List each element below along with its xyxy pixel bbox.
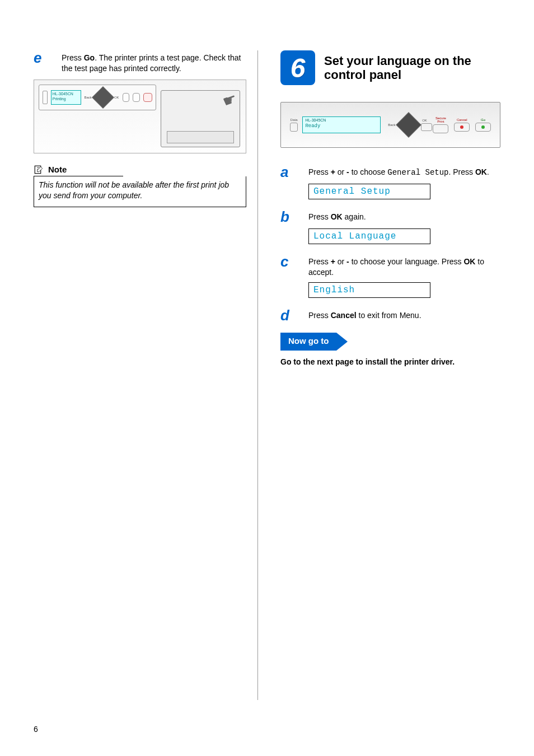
go-button-highlight-icon [143, 93, 152, 102]
step-letter-c: c [280, 254, 299, 278]
note-title: Note [48, 165, 67, 174]
hand-pointer-icon: ☛ [220, 89, 240, 111]
data-led-icon [290, 123, 298, 132]
mini-control-panel: HL-3045CN Printing Back OK [39, 85, 156, 110]
note-header: Note [34, 165, 123, 176]
step-6-header: 6 Set your language on the control panel [280, 50, 500, 85]
step-letter-a: a [280, 165, 299, 179]
now-go-to-label: Now go to [280, 333, 336, 351]
step-letter-d: d [280, 308, 299, 323]
step-b: b Press OK again. [280, 209, 500, 224]
now-go-to-callout: Now go to [280, 333, 500, 351]
step-e: e Press Go. The printer prints a test pa… [34, 50, 246, 74]
ok-label: OK [421, 119, 429, 131]
page-number: 6 [34, 725, 38, 734]
step-d-text: Press Cancel to exit from Menu. [308, 308, 421, 323]
back-label: Back [387, 123, 396, 127]
panel-lcd: HL-3045CN Ready [302, 116, 381, 133]
control-panel-strip: Data HL-3045CN Ready Back OK [289, 111, 492, 138]
cancel-col: Cancel [453, 118, 471, 132]
cancel-button-icon [454, 123, 470, 132]
data-led-icon [43, 91, 48, 104]
step-a-text: Press + or - to choose General Setup. Pr… [308, 165, 489, 179]
data-led-label: Data [289, 118, 299, 132]
ok-button-icon [421, 123, 432, 131]
goto-next-page-text: Go to the next page to install the print… [280, 357, 500, 366]
printer-illustration: HL-3045CN Printing Back OK ☛ [34, 80, 246, 153]
secure-print-button-icon [433, 124, 448, 133]
secure-print-col: Secure Print [432, 116, 450, 133]
step-d: d Press Cancel to exit from Menu. [280, 308, 500, 323]
note-pencil-icon [34, 165, 44, 175]
page: e Press Go. The printer prints a test pa… [0, 0, 534, 756]
printer-body-icon: ☛ [161, 90, 240, 147]
lcd-local-language: Local Language [308, 228, 430, 244]
control-panel-illustration: Data HL-3045CN Ready Back OK [280, 102, 500, 148]
lcd-english: English [308, 282, 430, 298]
left-column: e Press Go. The printer prints a test pa… [34, 50, 258, 700]
step-letter-b: b [280, 209, 299, 224]
step-b-text: Press OK again. [308, 209, 366, 224]
go-button-icon [475, 123, 491, 132]
right-column: 6 Set your language on the control panel… [275, 50, 500, 700]
two-column-layout: e Press Go. The printer prints a test pa… [34, 50, 500, 700]
step-c: c Press + or - to choose your language. … [280, 254, 500, 278]
step-number-badge: 6 [280, 50, 315, 85]
lcd-general-setup: General Setup [308, 184, 430, 199]
arrow-right-icon [336, 333, 348, 351]
step-e-text: Press Go. The printer prints a test page… [62, 50, 246, 74]
nav-diamond-icon [92, 86, 114, 109]
go-col: Go [474, 118, 492, 132]
mini-lcd: HL-3045CN Printing [51, 90, 81, 105]
printer-tray-icon [167, 131, 234, 143]
note-body: This function will not be available afte… [34, 176, 246, 207]
note-box: Note This function will not be available… [34, 165, 246, 207]
step-letter-e: e [34, 50, 53, 74]
nav-diamond-icon [396, 112, 421, 137]
cancel-button-icon [133, 93, 140, 102]
step-6-title: Set your language on the control panel [324, 54, 500, 82]
step-c-text: Press + or - to choose your language. Pr… [308, 254, 500, 278]
step-a: a Press + or - to choose General Setup. … [280, 165, 500, 179]
secure-print-button-icon [123, 93, 130, 102]
